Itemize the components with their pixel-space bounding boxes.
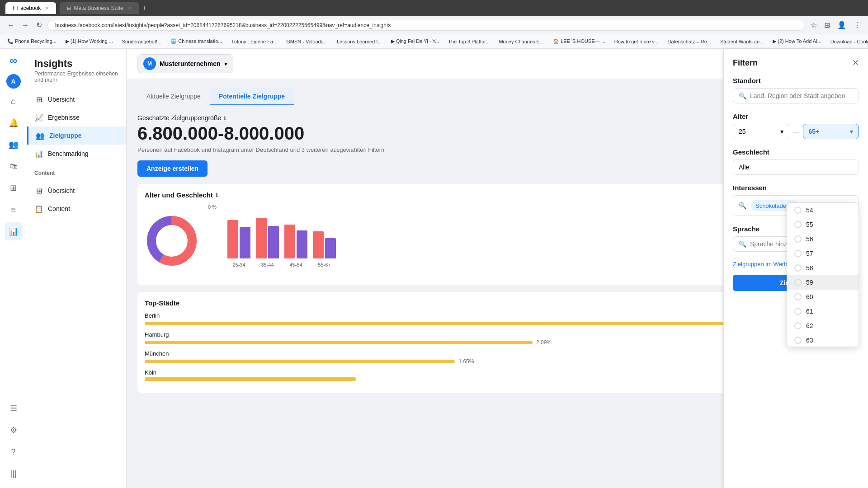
bookmark-9[interactable]: Money Changes E...: [495, 38, 547, 45]
menu-button[interactable]: ⋮: [852, 19, 863, 31]
nav-home[interactable]: ⌂: [5, 92, 23, 110]
dropdown-item-55[interactable]: 55: [787, 217, 859, 232]
donut-chart: [145, 214, 199, 268]
nav-grid[interactable]: ⊞: [5, 179, 23, 197]
dropdown-item-62[interactable]: 62: [787, 319, 859, 333]
nav-help[interactable]: ?: [5, 443, 23, 461]
radio-63: [794, 337, 802, 344]
business-selector[interactable]: M Musterunternehmen ▾: [137, 54, 233, 73]
bookmark-12[interactable]: Datenschutz – Re...: [664, 38, 715, 45]
extensions-button[interactable]: ⊞: [822, 19, 832, 31]
bookmark-13[interactable]: Student Wants an...: [717, 38, 767, 45]
business-dropdown-icon: ▾: [224, 60, 227, 67]
tab-meta-business[interactable]: ⊞ Meta Business Suite ✕: [60, 2, 138, 14]
dropdown-item-56[interactable]: 56: [787, 232, 859, 246]
standort-input[interactable]: [750, 92, 853, 99]
tab-close-facebook[interactable]: ✕: [45, 6, 49, 11]
dropdown-item-58[interactable]: 58: [787, 261, 859, 275]
dropdown-label-63: 63: [806, 337, 813, 344]
bookmark-7[interactable]: ▶ Qing Fei De Yi - Y...: [387, 38, 443, 45]
sidebar-item-content[interactable]: 📋 Content: [27, 200, 126, 218]
back-button[interactable]: ←: [5, 19, 16, 31]
nav-settings[interactable]: ⚙: [5, 421, 23, 439]
dropdown-item-61[interactable]: 61: [787, 304, 859, 319]
tab-facebook[interactable]: f Facebook ✕: [5, 2, 56, 14]
nav-bell[interactable]: 🔔: [5, 114, 23, 132]
bookmark-5[interactable]: GMSN - Voloada...: [283, 38, 331, 45]
dropdown-item-54[interactable]: 54: [787, 203, 859, 217]
nav-sidebar-toggle[interactable]: |||: [5, 465, 23, 483]
filter-close-button[interactable]: ✕: [852, 58, 859, 68]
reload-button[interactable]: ↻: [34, 19, 44, 31]
sidebar-item-ergebnisse[interactable]: 📈 Ergebnisse: [27, 108, 126, 127]
audience-label-text: Geschätzte Zielgruppengröße: [137, 114, 221, 122]
alter-label: Alter: [733, 113, 859, 120]
star-button[interactable]: ☆: [809, 19, 819, 31]
filter-geschlecht: Geschlecht Alle: [733, 148, 859, 175]
interessen-label: Interessen: [733, 184, 859, 192]
benchmarking-icon: 📊: [34, 149, 43, 158]
dropdown-label-60: 60: [806, 293, 813, 300]
create-ad-button[interactable]: Anzeige erstellen: [137, 160, 208, 177]
bookmark-3[interactable]: 🌐 Chinese translatio...: [167, 38, 226, 45]
sidebar-item-zielgruppe[interactable]: 👥 Zielgruppe: [27, 127, 126, 145]
dropdown-label-54: 54: [806, 206, 813, 214]
tab-close-meta[interactable]: ✕: [128, 6, 132, 11]
dropdown-item-57[interactable]: 57: [787, 246, 859, 261]
dropdown-label-62: 62: [806, 322, 813, 329]
age-max-select[interactable]: 65+ ▾: [803, 124, 859, 139]
bookmark-4[interactable]: Tutorial: Eigene Fa...: [228, 38, 281, 45]
bookmark-15[interactable]: Download - Cook...: [827, 38, 868, 45]
sidebar-item-ubersicht[interactable]: ⊞ Übersicht: [27, 90, 126, 108]
bookmark-10[interactable]: 🏠 LEE 'S HOUSE— ...: [549, 38, 609, 45]
sidebar-label-ergebnisse: Ergebnisse: [48, 114, 80, 121]
address-bar[interactable]: business.facebook.com/latest/insights/pe…: [47, 20, 805, 31]
forward-button[interactable]: →: [20, 19, 31, 31]
content-section-label: Content: [27, 166, 126, 178]
bar-group-45-54: 45-54: [284, 225, 307, 267]
bar-female-25-34: [227, 220, 238, 258]
dropdown-item-60[interactable]: 60: [787, 290, 859, 304]
nav-shop[interactable]: 🛍: [5, 157, 23, 175]
dropdown-label-56: 56: [806, 235, 813, 243]
user-avatar[interactable]: A: [6, 74, 21, 89]
filter-title: Filtern: [733, 58, 758, 68]
sidebar-label-content-ubersicht: Übersicht: [48, 187, 75, 194]
nav-menu[interactable]: ☰: [5, 399, 23, 418]
bookmark-2[interactable]: Sonderangebot!...: [118, 38, 165, 45]
content-ubersicht-icon: ⊞: [34, 186, 43, 195]
city-pct-hamburg: 2.09%: [536, 339, 552, 346]
nav-people[interactable]: 👥: [5, 136, 23, 154]
sidebar-subtitle: Performance-Ergebnisse einsehen und mehr: [34, 70, 119, 83]
profile-button[interactable]: 👤: [835, 19, 848, 31]
geschlecht-select[interactable]: Alle: [733, 160, 859, 175]
bookmark-11[interactable]: How to get more v...: [611, 38, 662, 45]
icon-nav: ∞ A ⌂ 🔔 👥 🛍 ⊞ ≡ 📊 ☰ ⚙ ? |||: [0, 49, 27, 488]
content-icon: 📋: [34, 204, 43, 213]
bookmark-8[interactable]: The Top 3 Platfor...: [444, 38, 493, 45]
tab-aktuelle[interactable]: Aktuelle Zielgruppe: [137, 88, 210, 105]
radio-56: [794, 235, 802, 243]
sidebar-item-content-ubersicht[interactable]: ⊞ Übersicht: [27, 182, 126, 200]
sidebar-item-benchmarking[interactable]: 📊 Benchmarking: [27, 145, 126, 163]
nav-list[interactable]: ≡: [5, 201, 23, 219]
bookmark-1[interactable]: ▶ (1) How Working ...: [62, 38, 117, 45]
radio-62: [794, 322, 802, 329]
bookmark-14[interactable]: ▶ (2) How To Add Al...: [769, 38, 825, 45]
dropdown-item-63[interactable]: 63: [787, 333, 859, 347]
age-min-select[interactable]: 25 ▾: [733, 124, 789, 139]
radio-60: [794, 293, 802, 300]
interest-tag-label: Schokolade: [755, 202, 786, 209]
bar-label-25-34: 25-34: [232, 262, 245, 267]
filter-panel: Filtern ✕ Standort 🔍 Alter 25 ▾ — 65+: [723, 49, 868, 488]
dropdown-item-59[interactable]: 59: [787, 275, 859, 290]
nav-chart-active[interactable]: 📊: [5, 222, 23, 240]
radio-55: [794, 221, 802, 228]
new-tab-button[interactable]: +: [142, 4, 146, 12]
bookmark-0[interactable]: 📞 Phone Recycling...: [4, 38, 60, 45]
tab-potenzielle[interactable]: Potentielle Zielgruppe: [210, 88, 294, 105]
radio-58: [794, 264, 802, 272]
sidebar-header: Insights Performance-Ergebnisse einsehen…: [27, 49, 126, 87]
sidebar-label-zielgruppe: Zielgruppe: [49, 132, 82, 139]
bookmark-6[interactable]: Lessons Learned f...: [333, 38, 386, 45]
